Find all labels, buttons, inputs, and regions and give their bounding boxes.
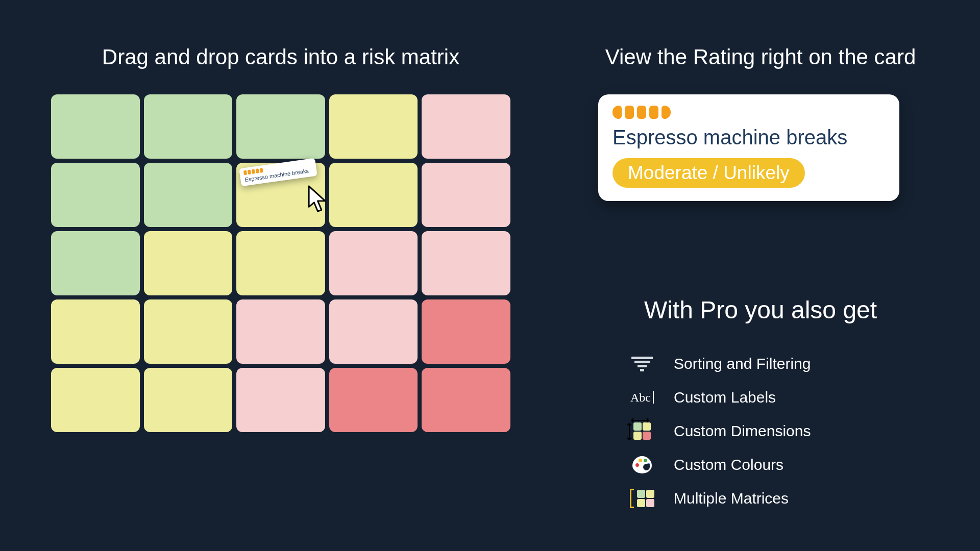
matrix-cell-r0-c4[interactable] [422,94,510,159]
matrix-cell-r2-c3[interactable] [329,231,418,295]
matrix-cell-r4-c2[interactable] [236,368,325,432]
rating-card-title: Espresso machine breaks [612,126,885,149]
risk-matrix-grid[interactable] [51,94,510,432]
matrix-cell-r2-c2[interactable] [236,231,325,295]
matrix-cell-r3-c2[interactable] [236,299,325,364]
feature-multiple-matrices: Multiple Matrices [628,482,914,515]
matrix-cell-r4-c0[interactable] [51,368,140,432]
matrix-cell-r0-c1[interactable] [144,94,233,159]
feature-label: Custom Dimensions [674,422,811,440]
dimensions-icon [628,422,656,440]
rating-badge: Moderate / Unlikely [612,158,805,188]
filter-icon [628,355,656,373]
pro-headline: With Pro you also get [577,296,944,324]
feature-custom-dimensions: Custom Dimensions [628,414,914,448]
drag-drop-headline: Drag and drop cards into a risk matrix [51,45,510,69]
rating-headline: View the Rating right on the card [577,45,944,69]
text-abc-icon: Abc [628,391,656,404]
matrix-cell-r3-c4[interactable] [422,299,510,364]
feature-sorting-filtering: Sorting and Filtering [628,347,914,381]
matrix-cell-r3-c1[interactable] [144,299,233,364]
matrix-cell-r4-c1[interactable] [144,368,233,432]
matrices-icon [628,489,656,508]
matrix-cell-r3-c3[interactable] [329,299,418,364]
matrix-cell-r1-c4[interactable] [422,163,510,227]
pro-feature-list: Sorting and Filtering Abc Custom Labels … [628,347,914,515]
matrix-cell-r0-c2[interactable] [236,94,325,159]
matrix-cell-r2-c1[interactable] [144,231,233,295]
feature-label: Custom Colours [674,456,783,473]
feature-label: Multiple Matrices [674,490,789,507]
matrix-cell-r4-c3[interactable] [329,368,418,432]
matrix-cell-r0-c0[interactable] [51,94,140,159]
rating-card[interactable]: Espresso machine breaks Moderate / Unlik… [598,94,899,201]
matrix-cell-r2-c4[interactable] [422,231,510,295]
palette-icon [628,456,656,473]
feature-label: Custom Labels [674,389,776,406]
feature-label: Sorting and Filtering [674,355,811,372]
matrix-cell-r1-c1[interactable] [144,163,233,227]
feature-custom-colours: Custom Colours [628,448,914,482]
matrix-cell-r0-c3[interactable] [329,94,418,159]
matrix-cell-r1-c3[interactable] [329,163,418,227]
matrix-cell-r4-c4[interactable] [422,368,510,432]
card-rating-stripes-icon [612,106,885,119]
matrix-cell-r3-c0[interactable] [51,299,140,364]
matrix-cell-r1-c0[interactable] [51,163,140,227]
feature-custom-labels: Abc Custom Labels [628,381,914,414]
matrix-cell-r2-c0[interactable] [51,231,140,295]
